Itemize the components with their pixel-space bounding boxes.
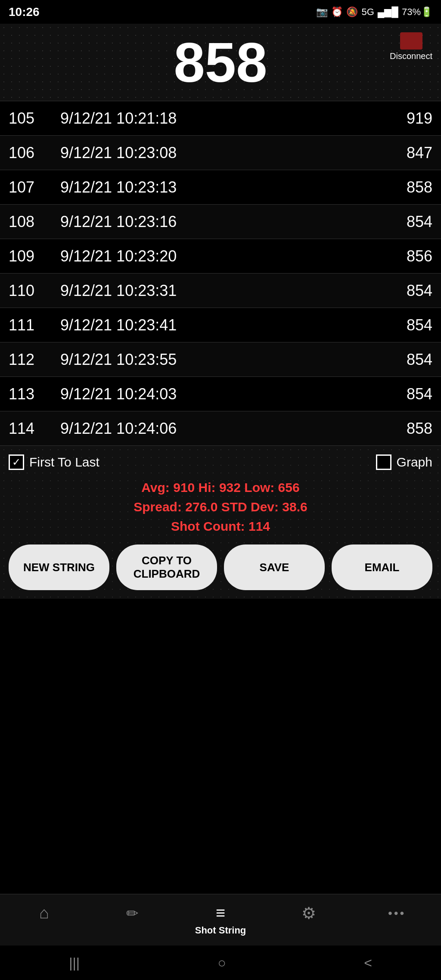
table-row[interactable]: 1119/12/21 10:23:41854 bbox=[0, 308, 441, 342]
shot-number: 106 bbox=[9, 144, 60, 162]
home-icon: ⌂ bbox=[39, 904, 49, 922]
checkbox-row: ✓ First To Last Graph bbox=[9, 454, 432, 470]
shot-number: 107 bbox=[9, 178, 60, 196]
table-row[interactable]: 1069/12/21 10:23:08847 bbox=[0, 136, 441, 170]
shot-timestamp: 9/12/21 10:23:55 bbox=[60, 351, 372, 369]
table-row[interactable]: 1109/12/21 10:23:31854 bbox=[0, 274, 441, 308]
new-string-button[interactable]: NEW STRING bbox=[9, 544, 109, 590]
graph-box[interactable] bbox=[376, 454, 391, 470]
battery-label: 73%🔋 bbox=[402, 6, 432, 18]
shot-number: 114 bbox=[9, 420, 60, 438]
first-to-last-checkbox[interactable]: ✓ First To Last bbox=[9, 454, 99, 470]
email-button[interactable]: EMAIL bbox=[332, 544, 432, 590]
shot-number: 110 bbox=[9, 282, 60, 300]
mute-icon: 🔕 bbox=[346, 6, 358, 18]
table-row[interactable]: 1129/12/21 10:23:55854 bbox=[0, 342, 441, 377]
system-menu-button[interactable]: ||| bbox=[69, 955, 80, 971]
shot-speed: 854 bbox=[372, 282, 432, 300]
shot-speed: 854 bbox=[372, 351, 432, 369]
action-buttons: NEW STRING COPY TO CLIPBOARD SAVE EMAIL bbox=[9, 544, 432, 590]
table-row[interactable]: 1079/12/21 10:23:13858 bbox=[0, 170, 441, 205]
first-to-last-label: First To Last bbox=[29, 455, 99, 470]
signal-bars: ▄▆█ bbox=[378, 6, 398, 18]
first-to-last-box[interactable]: ✓ bbox=[9, 454, 24, 470]
stats-line-3: Shot Count: 114 bbox=[9, 516, 432, 536]
shot-timestamp: 9/12/21 10:21:18 bbox=[60, 109, 372, 128]
save-button[interactable]: SAVE bbox=[224, 544, 325, 590]
system-home-button[interactable]: ○ bbox=[217, 955, 226, 971]
shot-speed: 847 bbox=[372, 144, 432, 162]
nav-shotstring[interactable]: ≡ Shot String bbox=[177, 904, 265, 936]
shot-speed: 854 bbox=[372, 385, 432, 403]
status-time: 10:26 bbox=[9, 5, 40, 19]
system-nav: ||| ○ < bbox=[0, 946, 441, 980]
system-back-button[interactable]: < bbox=[364, 955, 372, 971]
current-speed: 858 bbox=[174, 30, 267, 95]
disconnect-button[interactable]: Disconnect bbox=[390, 32, 432, 61]
alarm-icon: ⏰ bbox=[331, 6, 343, 18]
shot-speed: 856 bbox=[372, 247, 432, 265]
shot-number: 112 bbox=[9, 351, 60, 369]
shot-timestamp: 9/12/21 10:24:06 bbox=[60, 420, 372, 438]
shot-speed: 919 bbox=[372, 109, 432, 128]
camera-icon: 📷 bbox=[316, 6, 328, 18]
shot-timestamp: 9/12/21 10:24:03 bbox=[60, 385, 372, 403]
signal-label: 5G bbox=[361, 6, 374, 18]
nav-aim[interactable]: ✏ . bbox=[88, 905, 177, 936]
copy-to-clipboard-button[interactable]: COPY TO CLIPBOARD bbox=[116, 544, 217, 590]
stats-line-1: Avg: 910 Hi: 932 Low: 656 bbox=[9, 478, 432, 497]
shot-speed: 854 bbox=[372, 213, 432, 231]
shot-number: 109 bbox=[9, 247, 60, 265]
settings-icon: ⚙ bbox=[301, 904, 316, 923]
shot-number: 105 bbox=[9, 109, 60, 128]
shot-timestamp: 9/12/21 10:23:41 bbox=[60, 316, 372, 334]
table-row[interactable]: 1099/12/21 10:23:20856 bbox=[0, 239, 441, 274]
shotstring-icon: ≡ bbox=[216, 904, 225, 922]
stats-line-2: Spread: 276.0 STD Dev: 38.6 bbox=[9, 497, 432, 516]
stats-area: Avg: 910 Hi: 932 Low: 656 Spread: 276.0 … bbox=[9, 478, 432, 536]
shot-timestamp: 9/12/21 10:23:16 bbox=[60, 213, 372, 231]
shotstring-nav-label: Shot String bbox=[195, 925, 246, 936]
aim-icon: ✏ bbox=[126, 905, 138, 922]
bottom-nav: ⌂ . ✏ . ≡ Shot String ⚙ . ••• . bbox=[0, 894, 441, 946]
shot-number: 108 bbox=[9, 213, 60, 231]
table-row[interactable]: 1149/12/21 10:24:06858 bbox=[0, 411, 441, 446]
status-icons: 📷 ⏰ 🔕 5G ▄▆█ 73%🔋 bbox=[316, 6, 432, 18]
status-bar: 10:26 📷 ⏰ 🔕 5G ▄▆█ 73%🔋 bbox=[0, 0, 441, 24]
header-area: 858 Disconnect bbox=[0, 24, 441, 101]
shot-table: 1059/12/21 10:21:189191069/12/21 10:23:0… bbox=[0, 101, 441, 446]
shot-number: 113 bbox=[9, 385, 60, 403]
controls-area: ✓ First To Last Graph Avg: 910 Hi: 932 L… bbox=[0, 446, 441, 599]
nav-more[interactable]: ••• . bbox=[353, 906, 441, 934]
more-icon: ••• bbox=[388, 906, 406, 920]
shot-speed: 854 bbox=[372, 316, 432, 334]
shot-timestamp: 9/12/21 10:23:31 bbox=[60, 282, 372, 300]
graph-label: Graph bbox=[397, 455, 432, 470]
shot-timestamp: 9/12/21 10:23:13 bbox=[60, 178, 372, 196]
table-row[interactable]: 1139/12/21 10:24:03854 bbox=[0, 377, 441, 411]
shot-speed: 858 bbox=[372, 420, 432, 438]
nav-home[interactable]: ⌂ . bbox=[0, 904, 88, 936]
table-row[interactable]: 1059/12/21 10:21:18919 bbox=[0, 101, 441, 136]
nav-settings[interactable]: ⚙ . bbox=[264, 904, 353, 936]
disconnect-label: Disconnect bbox=[390, 51, 432, 61]
shot-speed: 858 bbox=[372, 178, 432, 196]
disconnect-icon bbox=[400, 32, 422, 50]
shot-timestamp: 9/12/21 10:23:08 bbox=[60, 144, 372, 162]
graph-checkbox[interactable]: Graph bbox=[376, 454, 432, 470]
shot-timestamp: 9/12/21 10:23:20 bbox=[60, 247, 372, 265]
table-row[interactable]: 1089/12/21 10:23:16854 bbox=[0, 205, 441, 239]
shot-number: 111 bbox=[9, 316, 60, 334]
